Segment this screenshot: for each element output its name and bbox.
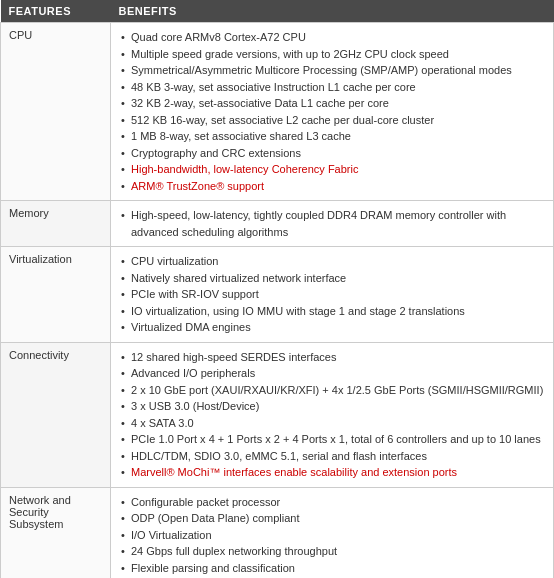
benefit-item: ARM® TrustZone® support [119, 178, 545, 195]
benefit-item: 32 KB 2-way, set-associative Data L1 cac… [119, 95, 545, 112]
benefit-item: Advanced I/O peripherals [119, 365, 545, 382]
benefit-item: 48 KB 3-way, set associative Instruction… [119, 79, 545, 96]
table-row: Connectivity12 shared high-speed SERDES … [1, 342, 554, 487]
benefit-item: High-bandwidth, low-latency Coherency Fa… [119, 161, 545, 178]
benefit-item: PCIe 1.0 Port x 4 + 1 Ports x 2 + 4 Port… [119, 431, 545, 448]
benefit-item: Natively shared virtualized network inte… [119, 270, 545, 287]
benefit-item: IO virtualization, using IO MMU with sta… [119, 303, 545, 320]
benefit-item: CPU virtualization [119, 253, 545, 270]
feature-cell: Virtualization [1, 247, 111, 343]
feature-cell: Network and Security Subsystem [1, 487, 111, 578]
benefit-item: Symmetrical/Asymmetric Multicore Process… [119, 62, 545, 79]
table-row: MemoryHigh-speed, low-latency, tightly c… [1, 201, 554, 247]
benefit-item: 24 Gbps full duplex networking throughpu… [119, 543, 545, 560]
benefits-cell: Configurable packet processorODP (Open D… [111, 487, 554, 578]
table-row: VirtualizationCPU virtualizationNatively… [1, 247, 554, 343]
benefit-item: 4 x SATA 3.0 [119, 415, 545, 432]
table-row: CPUQuad core ARMv8 Cortex-A72 CPUMultipl… [1, 23, 554, 201]
benefit-item: 3 x USB 3.0 (Host/Device) [119, 398, 545, 415]
col-benefits-header: BENEFITS [111, 0, 554, 23]
table-row: Network and Security SubsystemConfigurab… [1, 487, 554, 578]
benefits-cell: CPU virtualizationNatively shared virtua… [111, 247, 554, 343]
benefit-item: I/O Virtualization [119, 527, 545, 544]
feature-cell: CPU [1, 23, 111, 201]
feature-cell: Connectivity [1, 342, 111, 487]
benefit-item: ODP (Open Data Plane) compliant [119, 510, 545, 527]
benefit-item: High-speed, low-latency, tightly coupled… [119, 207, 545, 240]
benefit-item: 2 x 10 GbE port (XAUI/RXAUI/KR/XFI) + 4x… [119, 382, 545, 399]
benefit-item: PCIe with SR-IOV support [119, 286, 545, 303]
benefit-item: HDLC/TDM, SDIO 3.0, eMMC 5.1, serial and… [119, 448, 545, 465]
features-table: FEATURES BENEFITS CPUQuad core ARMv8 Cor… [0, 0, 554, 578]
benefit-item: Virtualized DMA engines [119, 319, 545, 336]
benefit-item: Configurable packet processor [119, 494, 545, 511]
benefit-item: 12 shared high-speed SERDES interfaces [119, 349, 545, 366]
benefit-item: Multiple speed grade versions, with up t… [119, 46, 545, 63]
benefit-item: 512 KB 16-way, set associative L2 cache … [119, 112, 545, 129]
benefit-item: 1 MB 8-way, set associative shared L3 ca… [119, 128, 545, 145]
benefit-item: Quad core ARMv8 Cortex-A72 CPU [119, 29, 545, 46]
col-features-header: FEATURES [1, 0, 111, 23]
benefits-cell: Quad core ARMv8 Cortex-A72 CPUMultiple s… [111, 23, 554, 201]
benefit-item: Marvell® MoChi™ interfaces enable scalab… [119, 464, 545, 481]
benefit-item: Cryptography and CRC extensions [119, 145, 545, 162]
feature-cell: Memory [1, 201, 111, 247]
benefits-cell: High-speed, low-latency, tightly coupled… [111, 201, 554, 247]
benefit-item: Flexible parsing and classification [119, 560, 545, 577]
benefits-cell: 12 shared high-speed SERDES interfacesAd… [111, 342, 554, 487]
